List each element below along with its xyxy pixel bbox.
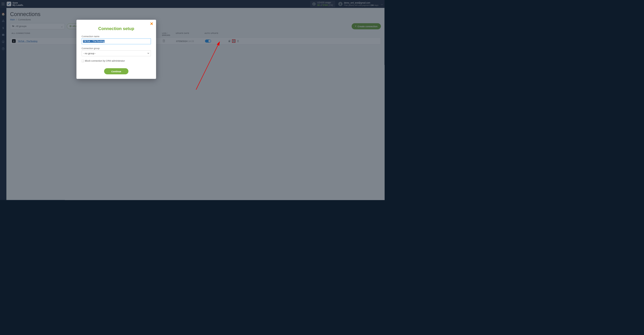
connection-group-select[interactable]: - no group - <box>82 50 151 56</box>
continue-button[interactable]: Continue <box>104 68 129 74</box>
name-label: Connection name <box>82 35 151 37</box>
modal-overlay[interactable] <box>0 0 384 200</box>
block-label: Block connection by CRM administrator <box>85 60 125 62</box>
block-checkbox[interactable] <box>82 60 84 62</box>
close-icon[interactable]: ✕ <box>150 22 153 26</box>
selected-text: TikTok - TheTexting <box>83 40 105 43</box>
group-label: Connection group <box>82 47 151 49</box>
modal-title: Connection setup <box>82 26 151 31</box>
block-checkbox-row[interactable]: Block connection by CRM administrator <box>82 60 151 62</box>
connection-setup-modal: ✕ Connection setup Connection name TikTo… <box>76 20 156 79</box>
connection-name-input[interactable]: TikTok - TheTexting <box>82 38 151 44</box>
